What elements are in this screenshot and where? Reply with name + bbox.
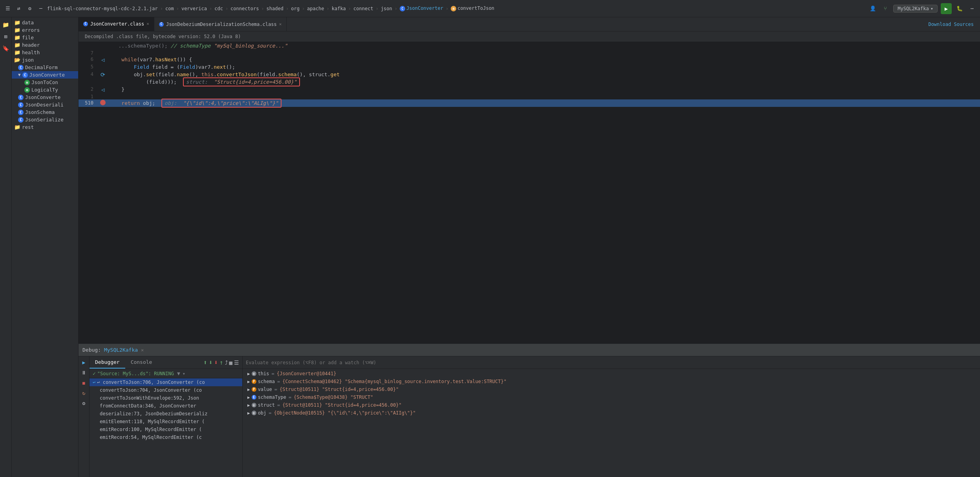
frames-view-icon[interactable]: ☰ [234, 360, 239, 366]
frame-item-3[interactable]: fromConnectData:346, JsonConverter [90, 402, 242, 410]
filter-expand-icon[interactable]: ▾ [183, 371, 185, 376]
debug-session[interactable]: MySQL2Kafka [104, 347, 138, 353]
watch-bar [243, 356, 980, 369]
sidebar-item-jsonschema[interactable]: C JsonSchema [12, 108, 78, 116]
top-bar-right: 👤 ⑂ MySQL2Kafka ▾ ▶ 🐛 ⋯ [868, 3, 977, 14]
sidebar-item-jsondeseriali[interactable]: C JsonDeseriali [12, 101, 78, 108]
breadcrumb-cdc[interactable]: cdc [214, 6, 223, 11]
frame-item-0[interactable]: ↩ ↩ convertToJson:706, JsonConverter (co [90, 378, 242, 386]
settings-icon[interactable]: ⚙ [25, 4, 35, 13]
sidebar-item-file[interactable]: 📁 file [12, 34, 78, 41]
breadcrumb-kafka[interactable]: kafka [332, 6, 346, 11]
sidebar-item-data[interactable]: 📁 data [12, 19, 78, 26]
var-type-icon: ≡ [252, 411, 256, 415]
debug-side-toolbar: ▶ ⏸ ◼ ↻ ⚙ [79, 356, 90, 477]
tab-debugger[interactable]: Debugger [90, 356, 125, 369]
var-type-icon: ≡ [252, 371, 256, 376]
pause-btn[interactable]: ⏸ [80, 368, 88, 377]
download-sources-link[interactable]: Download Sources [922, 17, 980, 31]
frame-item-7[interactable]: emitRecord:54, MySqlRecordEmitter (c [90, 433, 242, 441]
sidebar-item-json[interactable]: 📂 json [12, 56, 78, 64]
var-expand-icon[interactable]: ▶ [247, 371, 250, 376]
frame-item-2[interactable]: convertToJsonWithEnvelope:592, Json [90, 394, 242, 402]
var-item-value[interactable]: ▶ P value = {Struct@10511} "Struct{id=4,… [243, 385, 980, 393]
branch-icon[interactable]: ⑂ [881, 4, 890, 13]
sidebar-item-decimalform[interactable]: C DecimalForm [12, 64, 78, 71]
var-item-this[interactable]: ▶ ≡ this = {JsonConverter@10441} [243, 370, 980, 378]
sidebar-item-jsonconverter2[interactable]: C JsonConverte [12, 94, 78, 101]
frame-item-6[interactable]: emitRecord:100, MySqlRecordEmitter ( [90, 426, 242, 433]
step-into-icon[interactable]: ⬇ [209, 359, 213, 366]
debug-right-panel: ▶ ≡ this = {JsonConverter@10441} ▶ P sch… [243, 356, 980, 477]
frame-item-5[interactable]: emitElement:118, MySqlRecordEmitter ( [90, 418, 242, 426]
expand-icon[interactable]: ⇄ [14, 4, 24, 13]
breadcrumb-com[interactable]: com [165, 6, 174, 11]
breadcrumb-method[interactable]: mconvertToJson [451, 6, 494, 12]
var-item-obj[interactable]: ▶ ≡ obj = {ObjectNode@10515} "{\"id\":4,… [243, 409, 980, 417]
var-expand-icon[interactable]: ▶ [247, 402, 250, 408]
breadcrumb-shaded[interactable]: shaded [267, 6, 283, 11]
minimize-icon[interactable]: ─ [36, 4, 46, 13]
sidebar-item-jsonserialize[interactable]: C JsonSerialize [12, 116, 78, 123]
structure-icon[interactable]: ⊞ [2, 32, 10, 41]
watch-input[interactable] [246, 360, 977, 365]
breadcrumb-jar[interactable]: flink-sql-connector-mysql-cdc-2.2.1.jar [47, 6, 158, 11]
resume-btn[interactable]: ▶ [80, 358, 88, 367]
obj-tooltip: obj: "{\"id\":4,\"price\":\"ALIg\"}" [161, 99, 282, 108]
collapse-icon[interactable]: ☰ [3, 4, 13, 13]
running-indicator: ✓ "Source: MyS...ds": RUNNING ▼ ▾ [90, 369, 242, 378]
breadcrumb-apache[interactable]: apache [307, 6, 324, 11]
var-expand-icon[interactable]: ▶ [247, 387, 250, 392]
frame-item-1[interactable]: convertToJson:704, JsonConverter (co [90, 386, 242, 394]
run-to-cursor-icon[interactable]: ↑ [219, 359, 223, 366]
var-item-schematype[interactable]: ▶ E schemaType = {Schema$Type@10438} "ST… [243, 393, 980, 401]
sidebar-item-rest[interactable]: 📁 rest [12, 123, 78, 131]
step-over-icon[interactable]: ⬆ [203, 359, 207, 366]
var-expand-icon[interactable]: ▶ [247, 410, 250, 416]
settings-debug-btn[interactable]: ⚙ [80, 399, 88, 407]
filter-icon[interactable]: ▼ [177, 371, 180, 376]
tab-console[interactable]: Console [125, 356, 158, 369]
tab-close-icon2[interactable]: ✕ [279, 22, 282, 27]
sidebar-item-header[interactable]: 📁 header [12, 41, 78, 49]
var-item-struct[interactable]: ▶ ≡ struct = {Struct@10511} "Struct{id=4… [243, 401, 980, 409]
breadcrumb-connect[interactable]: connect [353, 6, 373, 11]
debug-content: ▶ ⏸ ◼ ↻ ⚙ Debugger Console ⬆ ⬇ [79, 356, 980, 477]
memory-view-icon[interactable]: ▦ [229, 360, 232, 366]
sidebar-item-jsontocon[interactable]: m JsonToCon [12, 79, 78, 86]
tab-jsonconverter[interactable]: C JsonConverter.class ✕ [79, 17, 154, 31]
evaluate-icon[interactable]: ⤴ [225, 360, 228, 366]
tab-jsondeserializ[interactable]: C JsonDebeziumDeserializationSchema.clas… [154, 17, 287, 31]
sidebar-item-jsonconverter[interactable]: ▼ C JsonConverte [12, 71, 78, 79]
var-expand-icon[interactable]: ▶ [247, 379, 250, 384]
sidebar-item-errors[interactable]: 📁 errors [12, 26, 78, 34]
more-button[interactable]: ⋯ [967, 4, 977, 13]
step-out-icon[interactable]: ⬇ [214, 359, 218, 366]
sidebar-item-health[interactable]: 📁 health [12, 49, 78, 56]
run-button[interactable]: ▶ [941, 3, 952, 14]
frame-item-4[interactable]: deserialize:73, JsonDebeziumDeserializ [90, 410, 242, 418]
debug-panel: Debug: MySQL2Kafka ✕ ▶ ⏸ ◼ ↻ ⚙ Debugger [79, 343, 980, 477]
user-icon[interactable]: 👤 [868, 4, 878, 13]
reconnect-btn[interactable]: ↻ [80, 389, 88, 397]
breadcrumb-json[interactable]: json [381, 6, 392, 11]
code-editor[interactable]: ...schemaType(); // schemaType "mySql_bi… [79, 42, 980, 343]
breadcrumb-org[interactable]: org [291, 6, 300, 11]
project-icon[interactable]: 📁 [2, 20, 10, 29]
var-item-schema[interactable]: ▶ P schema = {ConnectSchema@10462} "Sche… [243, 378, 980, 385]
tab-close-icon[interactable]: ✕ [146, 21, 149, 26]
breakpoint-icon [100, 100, 106, 105]
var-type-icon: P [252, 387, 256, 392]
bookmarks-icon[interactable]: 🔖 [2, 44, 10, 53]
breadcrumb-ververica[interactable]: ververica [181, 6, 207, 11]
debug-tabs: Debugger Console ⬆ ⬇ ⬇ ↑ ⤴ ▦ ☰ [90, 356, 242, 369]
struct-tooltip: struct: "Struct{id=4,price=456.00}" [183, 77, 300, 86]
breadcrumb-class[interactable]: CJsonConverter [400, 6, 443, 12]
sidebar-item-logicaltype[interactable]: m LogicalTy [12, 86, 78, 94]
stop-btn[interactable]: ◼ [80, 378, 88, 387]
debug-button[interactable]: 🐛 [955, 4, 964, 13]
var-expand-icon[interactable]: ▶ [247, 394, 250, 400]
debug-close-icon[interactable]: ✕ [141, 347, 144, 353]
breadcrumb-connectors[interactable]: connectors [230, 6, 259, 11]
run-config[interactable]: MySQL2Kafka ▾ [893, 5, 938, 13]
